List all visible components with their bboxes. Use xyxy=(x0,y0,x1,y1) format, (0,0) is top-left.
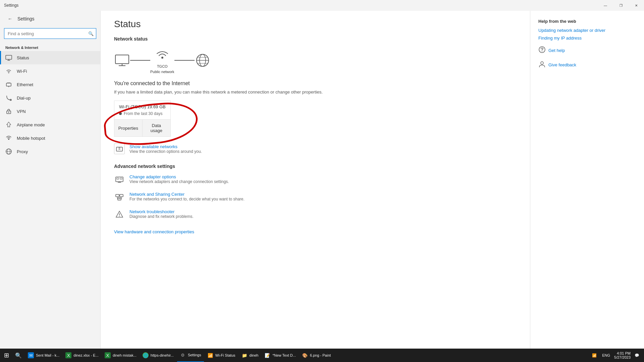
sidebar-section-label: Network & Internet xyxy=(0,43,100,51)
taskbar-left: ⊞ 🔍 ✉ Sent Mail - k... X dinez.xlsx - E.… xyxy=(1,349,333,362)
taskbar-app-wifi[interactable]: 📶 Wi-Fi Status xyxy=(205,349,238,362)
network-type-label: Public network xyxy=(150,70,174,74)
adapter-icon xyxy=(114,174,125,185)
taskbar-app-browser[interactable]: 🌐 https-dinehir... xyxy=(140,349,176,362)
sidebar-nav-top: ← Settings xyxy=(0,11,100,27)
sidebar-item-proxy-label: Proxy xyxy=(17,149,28,154)
sidebar-item-dialup-label: Dial-up xyxy=(17,96,31,101)
locale-indicator[interactable]: ENG xyxy=(601,353,611,357)
close-button[interactable]: ✕ xyxy=(629,0,644,11)
svg-point-19 xyxy=(161,57,163,59)
minimize-button[interactable]: — xyxy=(598,0,613,11)
right-panel: Help from the web Updating network adapt… xyxy=(530,11,644,349)
sidebar-item-vpn[interactable]: VPN xyxy=(0,105,100,118)
troubleshooter-icon xyxy=(114,209,125,220)
sidebar-item-wifi[interactable]: Wi-Fi xyxy=(0,64,100,78)
troubleshooter-title[interactable]: Network troubleshooter xyxy=(129,209,194,214)
svg-rect-32 xyxy=(116,194,119,197)
taskbar-right: 📶 ENG 4:01 PM 5/27/2023 💬 xyxy=(591,351,643,359)
show-networks-link[interactable]: Show available networks xyxy=(129,144,202,149)
sidebar-item-status[interactable]: Status xyxy=(0,51,100,64)
svg-rect-31 xyxy=(120,178,122,179)
sidebar-item-vpn-label: VPN xyxy=(17,109,26,114)
maximize-button[interactable]: ❐ xyxy=(613,0,629,11)
network-card-buttons: Properties Data usage xyxy=(114,119,170,136)
taskbar-app-notepad[interactable]: 📝 *New Text D... xyxy=(262,349,299,362)
wifi-signal-dot xyxy=(119,112,122,115)
vpn-icon xyxy=(5,108,12,115)
advanced-item-sharing[interactable]: Network and Sharing Center For the netwo… xyxy=(114,192,517,202)
sidebar-item-proxy[interactable]: Proxy xyxy=(0,145,100,158)
file-icon: 📁 xyxy=(241,352,248,358)
give-feedback-label: Give feedback xyxy=(548,62,576,67)
help-link-2[interactable]: Finding my IP address xyxy=(538,36,636,41)
dialup-icon xyxy=(5,95,12,101)
proxy-icon xyxy=(5,148,12,155)
search-input[interactable] xyxy=(4,28,96,39)
paint-label: 6.png - Paint xyxy=(310,353,331,357)
svg-point-43 xyxy=(541,62,543,64)
browser-icon: 🌐 xyxy=(143,352,149,358)
titlebar-title: Settings xyxy=(4,3,18,8)
show-networks-icon xyxy=(114,143,125,154)
sidebar-app-title: Settings xyxy=(17,16,35,21)
taskbar-app-file[interactable]: 📁 dineh xyxy=(239,349,261,362)
taskbar-app-paint[interactable]: 🎨 6.png - Paint xyxy=(299,349,333,362)
advanced-title: Advanced network settings xyxy=(114,164,517,169)
sidebar-item-hotspot[interactable]: Mobile hotspot xyxy=(0,131,100,145)
advanced-item-adapter[interactable]: Change adapter options View network adap… xyxy=(114,174,517,185)
svg-rect-16 xyxy=(115,55,129,64)
svg-rect-0 xyxy=(6,55,12,59)
properties-button[interactable]: Properties xyxy=(114,120,143,136)
sharing-title[interactable]: Network and Sharing Center xyxy=(129,192,245,197)
wifi-status-label: Wi-Fi Status xyxy=(215,353,235,357)
taskbar-app-excel2[interactable]: X dineh mistak... xyxy=(102,349,139,362)
give-feedback-action[interactable]: Give feedback xyxy=(538,60,636,69)
help-link-1[interactable]: Updating network adapter or driver xyxy=(538,28,636,33)
paint-icon: 🎨 xyxy=(302,352,308,358)
connected-text: You're connected to the Internet xyxy=(114,80,517,86)
advanced-item-troubleshooter[interactable]: Network troubleshooter Diagnose and fix … xyxy=(114,209,517,220)
search-icon: 🔍 xyxy=(88,31,94,36)
status-icon xyxy=(5,54,12,61)
wifi-app-icon: 📶 xyxy=(207,352,213,358)
give-feedback-icon xyxy=(538,60,546,69)
app-body: ← Settings 🔍 Network & Internet Status xyxy=(0,11,644,349)
sharing-desc: For the networks you connect to, decide … xyxy=(129,197,245,201)
search-box: 🔍 xyxy=(4,28,96,39)
excel2-label: dineh mistak... xyxy=(113,353,137,357)
get-help-action[interactable]: Get help xyxy=(538,46,636,55)
taskbar-app-settings[interactable]: ⚙ Settings xyxy=(177,349,204,362)
taskbar-app-mail[interactable]: ✉ Sent Mail - k... xyxy=(25,349,62,362)
show-networks[interactable]: Show available networks View the connect… xyxy=(114,142,517,156)
titlebar: Settings — ❐ ✕ xyxy=(0,0,644,11)
svg-rect-33 xyxy=(120,194,123,197)
wifi-tray-icon[interactable]: 📶 xyxy=(591,353,598,358)
data-usage-button[interactable]: Data usage xyxy=(143,120,170,136)
back-button[interactable]: ← xyxy=(5,14,15,23)
wifi-icon xyxy=(5,68,12,74)
globe-icon xyxy=(195,52,211,68)
taskbar-app-excel1[interactable]: X dinez.xlsx - E... xyxy=(63,349,101,362)
excel2-icon: X xyxy=(105,352,111,358)
mail-label: Sent Mail - k... xyxy=(36,353,59,357)
view-hardware-link[interactable]: View hardware and connection properties xyxy=(114,229,194,234)
taskbar-search-button[interactable]: 🔍 xyxy=(12,349,24,362)
sidebar-item-ethernet[interactable]: Ethernet xyxy=(0,78,100,91)
show-networks-subtext: View the connection options around you. xyxy=(129,149,202,154)
adapter-title[interactable]: Change adapter options xyxy=(129,174,229,179)
hotspot-icon xyxy=(5,135,12,141)
network-card-wrapper: Wi-Fi (TGCO) 19.69 GB From the last 30 d… xyxy=(114,101,171,142)
sidebar-item-ethernet-label: Ethernet xyxy=(17,82,33,87)
sidebar-item-airplane[interactable]: Airplane mode xyxy=(0,118,100,131)
start-button[interactable]: ⊞ xyxy=(1,349,12,362)
page-title: Status xyxy=(114,19,517,29)
network-name-label: TGCO xyxy=(157,64,168,68)
computer-icon xyxy=(114,52,130,68)
taskbar-clock[interactable]: 4:01 PM 5/27/2023 xyxy=(614,351,631,359)
notification-icon[interactable]: 💬 xyxy=(633,353,641,358)
airplane-icon xyxy=(5,121,12,128)
get-help-label: Get help xyxy=(548,48,565,53)
main-content: Status Network status TGCO Public netw xyxy=(101,11,530,349)
sidebar-item-dialup[interactable]: Dial-up xyxy=(0,91,100,105)
